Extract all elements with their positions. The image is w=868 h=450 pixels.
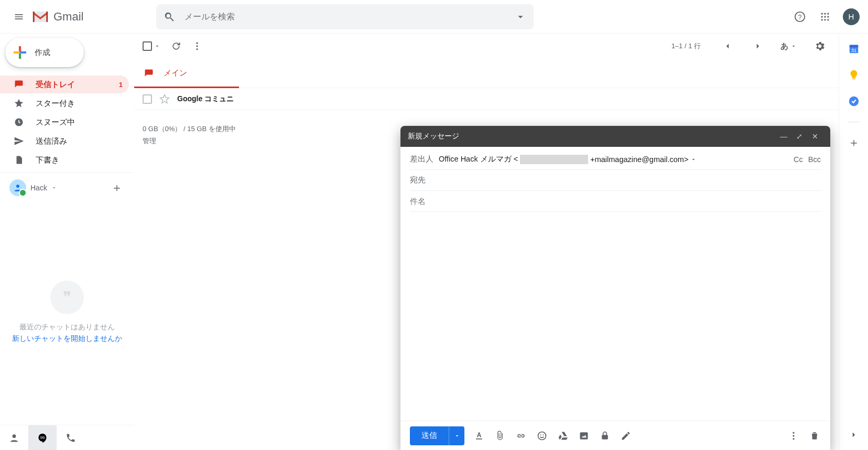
new-chat-button[interactable]: ＋	[106, 177, 128, 199]
signature-button[interactable]	[621, 431, 632, 441]
compose-fullscreen-button[interactable]: ⤢	[791, 132, 807, 141]
chevron-down-icon[interactable]	[690, 156, 697, 163]
compose-subject-row[interactable]	[410, 191, 821, 212]
pager-label: 1–1 / 1 行	[671, 41, 701, 51]
keep-icon	[848, 69, 860, 81]
star-outline-icon	[159, 94, 170, 104]
search-container	[156, 4, 534, 29]
side-panel-divider	[848, 122, 860, 122]
compose-title: 新規メッセージ	[408, 132, 776, 141]
compose-minimize-button[interactable]: —	[776, 132, 791, 141]
row-star-button[interactable]	[159, 94, 170, 104]
nav-sent[interactable]: 送信済み	[0, 132, 129, 150]
compose-close-button[interactable]: ✕	[807, 132, 823, 141]
hangouts-avatar[interactable]	[9, 179, 26, 196]
hangouts-tab[interactable]: 99	[28, 425, 57, 450]
account-avatar[interactable]: H	[843, 8, 860, 25]
mail-row[interactable]: Google コミュニ	[134, 88, 839, 110]
compose-fields: 差出人 Office Hack メルマガ < +mailmagazine@gma…	[400, 147, 830, 212]
svg-point-16	[196, 45, 198, 47]
svg-point-9	[824, 19, 826, 20]
attach-button[interactable]	[495, 431, 506, 441]
chat-empty-line1: 最近のチャットはありません	[19, 323, 115, 332]
svg-rect-19	[849, 45, 858, 48]
svg-point-8	[821, 19, 823, 20]
compose-button[interactable]: 作成	[5, 38, 84, 67]
chat-bottom-tabs: 99	[0, 425, 134, 450]
compose-more-button[interactable]	[788, 431, 800, 441]
file-icon	[14, 155, 24, 165]
refresh-button[interactable]	[171, 36, 181, 57]
bcc-button[interactable]: Bcc	[808, 155, 821, 164]
chevron-down-icon[interactable]	[51, 185, 57, 190]
send-options-button[interactable]	[449, 426, 464, 445]
format-button[interactable]	[474, 431, 485, 441]
redacted-segment	[520, 155, 588, 164]
svg-point-6	[824, 16, 826, 17]
search-options-icon[interactable]	[515, 11, 526, 23]
pager-prev-button[interactable]	[718, 38, 737, 54]
side-panel-toggle[interactable]	[848, 429, 860, 441]
mail-toolbar: 1–1 / 1 行 あ	[134, 34, 839, 59]
emoji-icon	[537, 431, 547, 441]
nav-inbox[interactable]: 受信トレイ 1	[0, 76, 129, 93]
category-tabs: メイン	[134, 59, 839, 88]
chevron-down-icon	[454, 433, 460, 439]
start-chat-link[interactable]: 新しいチャットを開始しませんか	[12, 334, 122, 344]
to-input[interactable]	[431, 176, 821, 185]
hangouts-name: Hack	[30, 184, 47, 192]
calendar-addon[interactable]: 31	[848, 43, 860, 55]
nav-label: スヌーズ中	[36, 117, 75, 127]
side-panel: 31 ＋	[839, 34, 868, 450]
link-button[interactable]	[516, 431, 527, 441]
chat-empty-state: ❞ 最近のチャットはありません 新しいチャットを開始しませんか	[0, 199, 134, 425]
compose-to-row[interactable]: 宛先	[410, 170, 821, 191]
apps-button[interactable]	[815, 6, 836, 27]
compose-from-row[interactable]: 差出人 Office Hack メルマガ < +mailmagazine@gma…	[410, 149, 821, 170]
person-icon	[9, 433, 19, 443]
tab-primary[interactable]: メイン	[134, 59, 239, 88]
nav-starred[interactable]: スター付き	[0, 94, 129, 112]
row-checkbox[interactable]	[143, 94, 152, 104]
nav-drafts[interactable]: 下書き	[0, 151, 129, 169]
star-icon	[14, 98, 24, 109]
drive-button[interactable]	[558, 431, 569, 441]
search-icon[interactable]	[164, 11, 175, 23]
nav-label: 受信トレイ	[36, 80, 75, 90]
lock-clock-icon	[600, 431, 610, 441]
compose-body[interactable]	[400, 212, 830, 421]
clock-icon	[14, 117, 24, 127]
svg-point-28	[793, 432, 794, 433]
confidential-button[interactable]	[600, 431, 611, 441]
hangouts-empty-icon: ❞	[50, 281, 84, 314]
call-tab[interactable]	[57, 425, 85, 450]
get-addons[interactable]: ＋	[848, 137, 860, 148]
nav-snoozed[interactable]: スヌーズ中	[0, 113, 129, 131]
discard-button[interactable]	[809, 431, 821, 441]
search-input[interactable]	[185, 12, 515, 22]
emoji-button[interactable]	[537, 431, 548, 441]
pager-next-button[interactable]	[748, 38, 768, 54]
main-menu-button[interactable]	[8, 6, 29, 27]
compose-header[interactable]: 新規メッセージ — ⤢ ✕	[400, 126, 830, 147]
cc-button[interactable]: Cc	[794, 155, 803, 164]
svg-rect-21	[852, 78, 855, 79]
image-icon	[579, 431, 589, 441]
subject-input[interactable]	[410, 197, 821, 206]
contacts-tab[interactable]	[0, 425, 28, 450]
brand-logo[interactable]: Gmail	[31, 10, 156, 24]
hangouts-icon: 99	[37, 433, 48, 443]
select-all-checkbox[interactable]	[143, 41, 160, 51]
keep-addon[interactable]	[848, 69, 860, 81]
tasks-addon[interactable]	[848, 95, 860, 107]
compose-toolbar: 送信	[400, 421, 830, 450]
input-language-button[interactable]: あ	[778, 41, 799, 51]
more-button[interactable]	[192, 36, 202, 57]
send-button[interactable]: 送信	[410, 426, 449, 445]
help-button[interactable]: ?	[789, 6, 810, 27]
chevron-down-icon	[790, 43, 797, 49]
photo-button[interactable]	[579, 431, 590, 441]
trash-icon	[809, 431, 820, 441]
svg-point-3	[824, 13, 826, 14]
settings-button[interactable]	[809, 36, 830, 57]
